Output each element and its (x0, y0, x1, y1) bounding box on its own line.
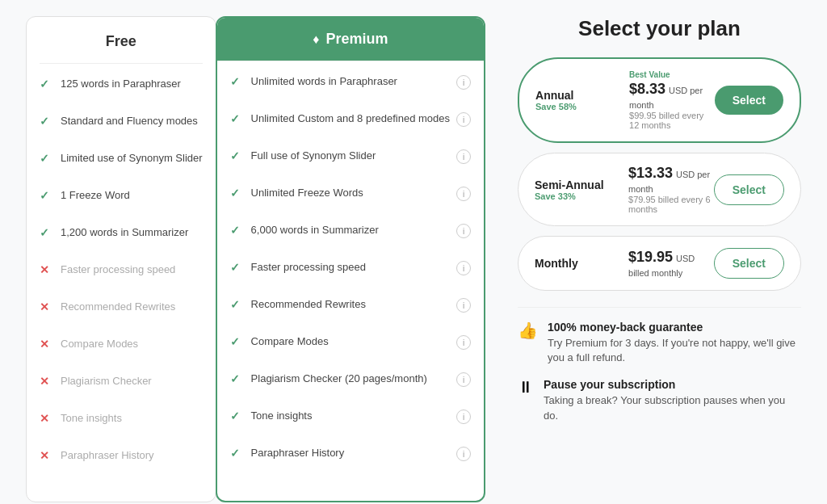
info-icon[interactable]: i (456, 410, 471, 424)
info-icon[interactable]: i (456, 447, 471, 461)
feature-text: Unlimited Custom and 8 predefined modes (251, 111, 450, 126)
perk-pause: ⏸Pause your subscriptionTaking a break? … (518, 378, 801, 422)
info-icon[interactable]: i (456, 187, 471, 201)
premium-feature-compare: ✓Compare Modesi (230, 334, 471, 360)
main-container: Free ✓125 words in Paraphraser✓Standard … (26, 16, 801, 502)
feature-text: Compare Modes (61, 337, 138, 351)
info-icon[interactable]: i (456, 149, 471, 164)
feature-text: Unlimited words in Paraphraser (251, 74, 397, 89)
feature-text: Faster processing speed (61, 262, 175, 277)
feature-text: Plagiarism Checker (20 pages/month) (251, 372, 427, 386)
info-icon[interactable]: i (456, 335, 471, 350)
perk-text-group: 100% money-back guaranteeTry Premium for… (548, 321, 801, 365)
free-plan-header: Free (40, 33, 203, 64)
pricing-options-list: AnnualSave 58%Best Value$8.33 USD per mo… (518, 57, 801, 291)
plan-price-sub: $99.95 billed every 12 months (629, 111, 715, 130)
plan-option-annual[interactable]: AnnualSave 58%Best Value$8.33 USD per mo… (518, 57, 801, 143)
x-icon: ✕ (40, 449, 54, 464)
feature-text: Faster processing speed (251, 260, 366, 275)
perk-desc: Taking a break? Your subscription pauses… (544, 393, 801, 422)
plan-price-group: $13.33 USD per month$79.95 billed every … (615, 165, 714, 214)
check-icon: ✓ (230, 447, 245, 461)
feature-text: Compare Modes (251, 334, 329, 349)
check-icon: ✓ (40, 78, 54, 92)
feature-text: 125 words in Paraphraser (61, 77, 181, 91)
select-button-semi-annual[interactable]: Select (714, 174, 784, 205)
info-icon[interactable]: i (456, 261, 471, 275)
moneyback-icon: 👍 (518, 321, 538, 340)
feature-text: Recommended Rewrites (61, 300, 175, 314)
plan-price-main: $8.33 USD per month (629, 81, 715, 111)
plan-option-save: Save 33% (535, 191, 615, 201)
feature-text: 6,000 words in Summarizer (251, 223, 379, 237)
check-icon: ✓ (230, 261, 245, 275)
check-icon: ✓ (230, 112, 245, 127)
feature-text: Recommended Rewrites (251, 297, 366, 312)
feature-text: Standard and Fluency modes (61, 114, 198, 128)
info-icon[interactable]: i (456, 75, 471, 90)
feature-text: Plagiarism Checker (61, 374, 152, 388)
info-icon[interactable]: i (456, 372, 471, 387)
plan-name-group: Monthly (535, 257, 615, 270)
feature-text: Unlimited Freeze Words (251, 186, 363, 200)
check-icon: ✓ (40, 189, 54, 204)
plan-price-group: Best Value$8.33 USD per month$99.95 bill… (616, 70, 715, 130)
feature-text: Tone insights (61, 411, 122, 426)
plan-price-main: $19.95 USD billed monthly (628, 249, 714, 279)
diamond-icon: ♦ (313, 32, 319, 47)
feature-text: Paraphraser History (61, 448, 154, 463)
select-plan-section: Select your plan AnnualSave 58%Best Valu… (518, 16, 801, 436)
info-icon[interactable]: i (456, 224, 471, 238)
perk-desc: Try Premium for 3 days. If you're not ha… (548, 336, 801, 365)
check-icon: ✓ (230, 372, 245, 387)
x-icon: ✕ (40, 375, 54, 389)
check-icon: ✓ (230, 224, 245, 238)
plan-option-name: Semi-Annual (535, 178, 615, 191)
info-icon[interactable]: i (456, 112, 471, 127)
premium-feature-words: ✓Unlimited words in Paraphraseri (230, 74, 471, 100)
perk-moneyback: 👍100% money-back guaranteeTry Premium fo… (518, 321, 801, 365)
perk-title: Pause your subscription (544, 378, 801, 391)
premium-plan-header: ♦ Premium (217, 18, 484, 61)
premium-plan-card: ♦ Premium ✓Unlimited words in Paraphrase… (216, 16, 485, 502)
feature-text: 1,200 words in Summarizer (61, 225, 188, 240)
feature-text: Paraphraser History (251, 446, 345, 460)
free-feature-history: ✕Paraphraser History (40, 448, 203, 474)
free-feature-freeze: ✓1 Freeze Word (40, 188, 203, 214)
free-feature-summarizer: ✓1,200 words in Summarizer (40, 225, 203, 251)
perk-title: 100% money-back guarantee (548, 321, 801, 334)
check-icon: ✓ (230, 410, 245, 424)
best-value-badge: Best Value (629, 70, 715, 79)
free-feature-processing: ✕Faster processing speed (40, 262, 203, 288)
premium-feature-synonym: ✓Full use of Synonym Slideri (230, 149, 471, 174)
premium-feature-freeze: ✓Unlimited Freeze Wordsi (230, 186, 471, 212)
select-button-monthly[interactable]: Select (714, 248, 784, 279)
page-title: Select your plan (518, 16, 801, 41)
x-icon: ✕ (40, 300, 54, 315)
plans-comparison: Free ✓125 words in Paraphraser✓Standard … (26, 16, 485, 502)
premium-feature-modes: ✓Unlimited Custom and 8 predefined modes… (230, 111, 471, 137)
info-icon[interactable]: i (456, 298, 471, 313)
premium-feature-summarizer: ✓6,000 words in Summarizeri (230, 223, 471, 249)
check-icon: ✓ (230, 75, 245, 90)
x-icon: ✕ (40, 263, 54, 278)
check-icon: ✓ (40, 152, 54, 166)
plan-option-monthly[interactable]: Monthly$19.95 USD billed monthlySelect (518, 236, 801, 291)
select-button-annual[interactable]: Select (715, 86, 783, 115)
check-icon: ✓ (40, 115, 54, 129)
check-icon: ✓ (230, 149, 245, 164)
premium-feature-processing: ✓Faster processing speedi (230, 260, 471, 286)
check-icon: ✓ (230, 335, 245, 350)
x-icon: ✕ (40, 412, 54, 426)
premium-feature-tone: ✓Tone insightsi (230, 409, 471, 435)
plan-price-sub: $79.95 billed every 6 months (628, 195, 714, 214)
free-feature-words: ✓125 words in Paraphraser (40, 77, 203, 103)
free-feature-rewrites: ✕Recommended Rewrites (40, 300, 203, 326)
feature-text: Full use of Synonym Slider (251, 149, 376, 163)
free-feature-modes: ✓Standard and Fluency modes (40, 114, 203, 140)
plan-option-semi-annual[interactable]: Semi-AnnualSave 33%$13.33 USD per month$… (518, 153, 801, 226)
premium-feature-rewrites: ✓Recommended Rewritesi (230, 297, 471, 323)
free-plan-title: Free (106, 33, 136, 49)
free-plan-card: Free ✓125 words in Paraphraser✓Standard … (26, 16, 216, 502)
free-feature-synonym: ✓Limited use of Synonym Slider (40, 151, 203, 177)
